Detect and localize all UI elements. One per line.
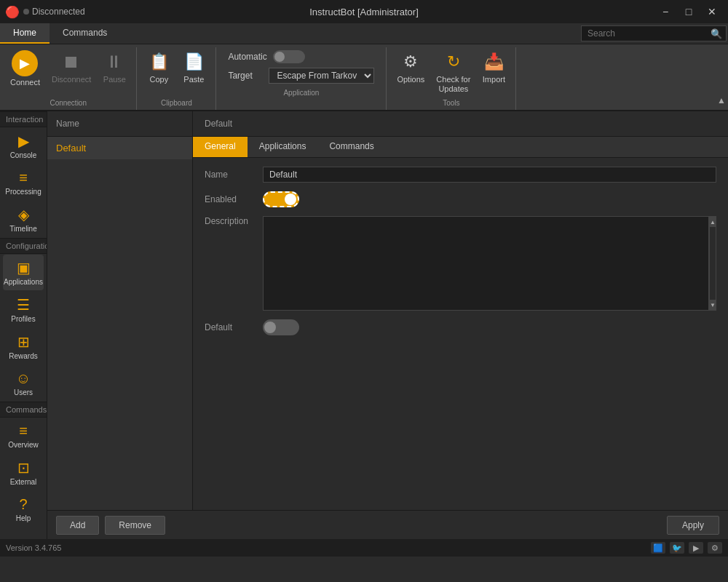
description-input[interactable] (263, 216, 709, 311)
remove-button[interactable]: Remove (105, 516, 165, 535)
disconnected-label: Disconnected (32, 7, 85, 17)
sidebar-item-processing[interactable]: ≡ Processing (3, 165, 44, 200)
options-icon: ⚙ (399, 50, 422, 73)
content-area: Name Default Default General Application… (47, 111, 728, 539)
profile-item-default[interactable]: Default (47, 137, 192, 159)
status-icon-4[interactable]: ⚙ (708, 542, 722, 554)
minimize-button[interactable]: − (655, 4, 676, 19)
processing-icon: ≡ (19, 170, 28, 186)
scroll-up[interactable]: ▲ (710, 217, 716, 227)
timeline-icon: ◈ (18, 206, 29, 223)
paste-button[interactable]: 📄 Paste (178, 47, 210, 87)
scroll-down[interactable]: ▼ (710, 300, 716, 310)
check-updates-button[interactable]: ↻ Check forUpdates (432, 47, 475, 97)
sidebar-item-rewards[interactable]: ⊞ Rewards (3, 329, 44, 364)
detail-header: Default (193, 111, 728, 137)
applications-label: Applications (4, 278, 43, 286)
description-wrap: ▲ ▼ (263, 216, 716, 311)
version-label: Version 3.4.765 (6, 543, 61, 552)
ribbon: ▶ Connect ⏹ Disconnect ⏸ Pause Connectio… (0, 44, 728, 111)
disconnect-button[interactable]: ⏹ Disconnect (47, 47, 95, 87)
enabled-label: Enabled (205, 194, 263, 204)
default-field-label: Default (205, 322, 263, 332)
add-button[interactable]: Add (56, 516, 99, 535)
ribbon-collapse-button[interactable]: ▲ (715, 44, 728, 110)
copy-button[interactable]: 📋 Copy (143, 47, 175, 87)
app-title: InstructBot [Administrator] (309, 7, 419, 17)
status-bar: Version 3.4.765 🟦 🐦 ▶ ⚙ (0, 539, 728, 557)
tab-applications[interactable]: Applications (248, 137, 318, 157)
apply-button[interactable]: Apply (667, 516, 719, 535)
copy-icon: 📋 (147, 50, 170, 73)
ribbon-group-clipboard: 📋 Copy 📄 Paste Clipboard (137, 47, 216, 110)
automatic-label: Automatic (228, 52, 266, 62)
sidebar-item-applications[interactable]: ▣ Applications (3, 255, 44, 290)
detail-content: Name Enabled Description (193, 158, 728, 510)
toolbar-search: 🔍 (581, 25, 722, 41)
processing-label: Processing (5, 188, 41, 196)
pause-button[interactable]: ⏸ Pause (98, 47, 130, 87)
status-icon-1[interactable]: 🟦 (651, 542, 665, 554)
sidebar-item-users[interactable]: ☺ Users (3, 366, 44, 401)
help-label: Help (16, 514, 31, 522)
sidebar-item-help[interactable]: ? Help (3, 492, 44, 527)
options-button[interactable]: ⚙ Options (392, 47, 429, 87)
tab-commands[interactable]: Commands (317, 137, 385, 157)
rewards-icon: ⊞ (17, 333, 30, 351)
tab-commands[interactable]: Commands (50, 23, 120, 44)
check-updates-icon: ↻ (442, 50, 465, 73)
external-icon: ⊡ (17, 459, 30, 477)
timeline-label: Timeline (9, 225, 36, 233)
disconnect-icon: ⏹ (60, 50, 83, 73)
console-label: Console (10, 151, 37, 159)
detail-tabs: General Applications Commands (193, 137, 728, 158)
paste-icon: 📄 (182, 50, 205, 73)
target-dropdown[interactable]: Escape From Tarkov (269, 68, 374, 84)
main-layout: Interaction ▶ Console ≡ Processing ◈ Tim… (0, 111, 728, 539)
scroll-track (710, 227, 716, 300)
sidebar-item-timeline[interactable]: ◈ Timeline (3, 202, 44, 237)
restore-button[interactable]: □ (678, 4, 699, 19)
enabled-toggle[interactable] (263, 191, 299, 207)
app-icon: 🔴 (6, 5, 19, 18)
clipboard-group-label: Clipboard (143, 97, 210, 110)
import-icon: 📥 (482, 50, 505, 73)
connect-icon: ▶ (12, 50, 38, 76)
toolbar-tabs: Home Commands 🔍 (0, 23, 728, 44)
sidebar-item-external[interactable]: ⊡ External (3, 455, 44, 490)
name-label: Name (205, 170, 263, 180)
section-label-configuration: Configuration (0, 238, 47, 254)
help-icon: ? (19, 496, 27, 513)
tab-general[interactable]: General (193, 137, 248, 157)
ribbon-group-connection: ▶ Connect ⏹ Disconnect ⏸ Pause Connectio… (0, 47, 137, 110)
search-input[interactable] (581, 25, 727, 41)
description-row: Description ▲ ▼ (205, 216, 716, 311)
description-scrollbar[interactable]: ▲ ▼ (709, 216, 716, 311)
default-row: Default (205, 319, 716, 335)
name-input[interactable] (263, 167, 716, 183)
status-icon-2[interactable]: 🐦 (670, 542, 684, 554)
import-button[interactable]: 📥 Import (478, 47, 510, 87)
close-button[interactable]: ✕ (702, 4, 722, 19)
ribbon-group-application: Automatic Target Escape From Tarkov Appl… (216, 47, 387, 110)
enabled-row: Enabled (205, 191, 716, 207)
sidebar: Interaction ▶ Console ≡ Processing ◈ Tim… (0, 111, 47, 539)
overview-label: Overview (8, 441, 39, 449)
connect-button[interactable]: ▶ Connect (6, 47, 44, 89)
enabled-toggle-knob (285, 194, 296, 205)
sidebar-item-overview[interactable]: ≡ Overview (3, 418, 44, 453)
status-icon-3[interactable]: ▶ (689, 542, 703, 554)
console-icon: ▶ (18, 132, 29, 150)
tools-group-label: Tools (392, 97, 510, 110)
sidebar-item-console[interactable]: ▶ Console (3, 128, 44, 164)
users-icon: ☺ (16, 370, 31, 387)
applications-icon: ▣ (17, 259, 31, 276)
sidebar-item-profiles[interactable]: ☰ Profiles (3, 292, 44, 327)
tab-home[interactable]: Home (0, 23, 50, 44)
automatic-toggle[interactable] (273, 50, 305, 63)
ribbon-group-tools: ⚙ Options ↻ Check forUpdates 📥 Import To… (387, 47, 516, 110)
connection-group-label: Connection (6, 97, 130, 110)
target-label: Target (228, 71, 263, 81)
section-label-commands: Commands (0, 402, 47, 418)
default-toggle[interactable] (263, 319, 299, 335)
